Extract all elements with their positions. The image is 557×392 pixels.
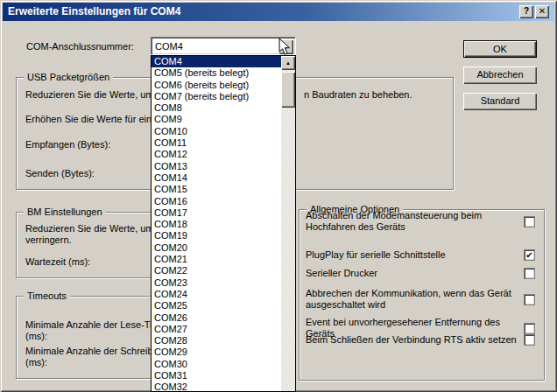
- option-row: Serieller Drucker: [306, 268, 535, 279]
- dropdown-items: COM4 COM5 (bereits belegt) COM6 (bereits…: [152, 56, 281, 392]
- send-bytes-label: Senden (Bytes):: [25, 168, 95, 179]
- dropdown-option[interactable]: COM5 (bereits belegt): [152, 67, 281, 79]
- dropdown-option[interactable]: COM20: [152, 242, 281, 254]
- dropdown-option[interactable]: COM7 (bereits belegt): [152, 91, 281, 102]
- dropdown-option[interactable]: COM29: [152, 346, 281, 358]
- read-timeout-unit: (ms):: [25, 331, 47, 342]
- help-button[interactable]: ?: [519, 5, 533, 18]
- dropdown-option[interactable]: COM6 (bereits belegt): [152, 80, 281, 91]
- usb-desc-line1: Reduzieren Sie die Werte, um: [25, 89, 154, 101]
- option-row: Beim Schließen der Verbindung RTS aktiv …: [306, 334, 535, 346]
- com-port-value: COM4: [155, 41, 183, 52]
- bm-settings-group-title: BM Einstellungen: [24, 206, 106, 218]
- dropdown-option[interactable]: COM15: [152, 184, 281, 195]
- write-timeout-label: Minimale Anzahle der Schreib: [25, 346, 153, 357]
- dropdown-option[interactable]: COM11: [152, 137, 281, 149]
- usb-desc-line2: Erhöhen Sie die Werte für ein: [25, 114, 152, 125]
- dropdown-option[interactable]: COM31: [152, 370, 281, 382]
- options-list: PlugPlay für serielle Schnittstelle ✔ Se…: [300, 210, 544, 380]
- checkbox[interactable]: [524, 334, 535, 346]
- dropdown-option[interactable]: COM10: [152, 126, 281, 137]
- dropdown-option[interactable]: COM26: [152, 312, 281, 324]
- timeouts-group-title: Timeouts: [24, 290, 70, 302]
- usb-desc-line1-right: n Baudraten zu beheben.: [304, 89, 412, 101]
- checkbox[interactable]: [524, 216, 535, 228]
- dropdown-option[interactable]: COM17: [152, 207, 281, 219]
- dropdown-option[interactable]: COM21: [152, 254, 281, 265]
- checkbox[interactable]: [524, 268, 535, 279]
- com-port-combobox[interactable]: COM4 ▼: [151, 37, 296, 55]
- arrow-up-icon: ▲: [286, 60, 291, 66]
- ok-button[interactable]: OK: [463, 40, 537, 58]
- dropdown-option[interactable]: COM14: [152, 172, 281, 184]
- titlebar[interactable]: Erweiterte Einstellungen für COM4: [3, 3, 554, 21]
- checkbox[interactable]: ✔: [524, 249, 535, 261]
- bm-desc-line1: Reduzieren Sie die Werte, um: [25, 223, 154, 234]
- usb-packet-group-title: USB Packetgrößen: [24, 72, 113, 83]
- general-options-group: Allgemeine Optionen PlugPlay für seriell…: [299, 209, 545, 381]
- dropdown-scrollbar[interactable]: ▲: [281, 56, 295, 391]
- mouse-cursor-icon: [278, 38, 291, 56]
- dropdown-option[interactable]: COM28: [152, 335, 281, 346]
- help-icon: ?: [524, 6, 529, 16]
- dropdown-option[interactable]: COM4: [152, 56, 281, 67]
- option-label: Beim Schließen der Verbindung RTS aktiv …: [306, 334, 521, 346]
- dropdown-option[interactable]: COM23: [152, 277, 281, 289]
- option-row: Abschalten der Modemansteuerung beim Hoc…: [306, 210, 535, 233]
- option-row: PlugPlay für serielle Schnittstelle ✔: [306, 249, 535, 261]
- dialog-title: Erweiterte Einstellungen für COM4: [8, 5, 180, 18]
- dropdown-option[interactable]: COM32: [152, 382, 281, 392]
- wait-time-label: Wartezeit (ms):: [25, 256, 90, 268]
- dialog-advanced-settings: Erweiterte Einstellungen für COM4 ? ✕ CO…: [0, 0, 557, 392]
- read-timeout-label: Minimale Anzahle der Lese-Ti: [25, 319, 152, 331]
- write-timeout-unit: (ms):: [25, 357, 47, 368]
- dropdown-option[interactable]: COM25: [152, 300, 281, 312]
- com-port-label: COM-Anschlussnummer:: [26, 41, 134, 52]
- default-button[interactable]: Standard: [463, 93, 537, 110]
- dropdown-option[interactable]: COM12: [152, 149, 281, 160]
- option-label: Abschalten der Modemansteuerung beim Hoc…: [306, 210, 521, 233]
- receive-bytes-label: Empfangen (Bytes):: [25, 139, 110, 150]
- dropdown-option[interactable]: COM16: [152, 196, 281, 207]
- option-label: Abbrechen der Kommunikation, wenn das Ge…: [306, 288, 521, 311]
- scroll-up-button[interactable]: ▲: [281, 56, 295, 70]
- close-icon: ✕: [539, 6, 546, 16]
- close-button[interactable]: ✕: [535, 5, 549, 18]
- dropdown-option[interactable]: COM30: [152, 359, 281, 370]
- dropdown-option[interactable]: COM22: [152, 265, 281, 276]
- scrollbar-thumb[interactable]: [281, 72, 295, 108]
- bm-desc-line2: verringern.: [25, 234, 72, 246]
- dropdown-option[interactable]: COM27: [152, 324, 281, 335]
- dropdown-option[interactable]: COM24: [152, 289, 281, 300]
- option-label: Serieller Drucker: [306, 268, 521, 279]
- option-label: PlugPlay für serielle Schnittstelle: [306, 249, 521, 261]
- dropdown-option[interactable]: COM19: [152, 230, 281, 242]
- dropdown-option[interactable]: COM9: [152, 114, 281, 125]
- dropdown-option[interactable]: COM13: [152, 161, 281, 172]
- checkbox[interactable]: [524, 294, 535, 305]
- cancel-button[interactable]: Abbrechen: [463, 66, 537, 84]
- com-port-dropdown-list: COM4 COM5 (bereits belegt) COM6 (bereits…: [151, 55, 296, 392]
- checkbox[interactable]: [524, 323, 535, 334]
- option-row: Abbrechen der Kommunikation, wenn das Ge…: [306, 288, 535, 311]
- dropdown-option[interactable]: COM18: [152, 219, 281, 230]
- dropdown-option[interactable]: COM8: [152, 102, 281, 114]
